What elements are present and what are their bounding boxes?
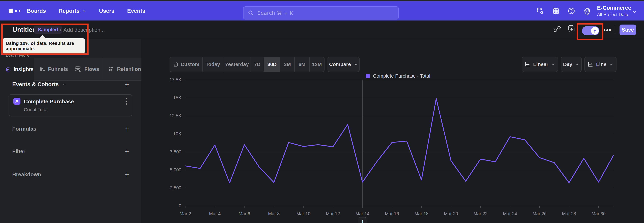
tab-label: Funnels (48, 66, 68, 72)
tab-flows[interactable]: Flows (68, 58, 103, 81)
formulas-section: Formulas + (12, 125, 129, 133)
add-filter-button[interactable]: + (124, 148, 129, 155)
add-formula-button[interactable]: + (124, 125, 129, 132)
settings-gear-icon[interactable] (583, 7, 591, 15)
nav-item-users[interactable]: Users (99, 8, 114, 14)
range-label: 12M (312, 61, 322, 67)
kebab-menu-icon[interactable]: ••• (124, 97, 128, 105)
project-selector[interactable]: E-Commerce All Project Data (597, 5, 631, 17)
add-to-board-icon[interactable] (567, 25, 576, 33)
range-3m[interactable]: 3M (280, 57, 295, 72)
range-7d[interactable]: 7D (251, 57, 264, 72)
mixpanel-logo-icon[interactable] (9, 1, 20, 21)
nav-item-boards[interactable]: Boards (27, 8, 46, 14)
nav-item-label: Reports (59, 8, 80, 14)
nav-item-label: Users (99, 8, 114, 14)
svg-text:5,000: 5,000 (170, 167, 181, 172)
range-label: 6M (298, 61, 306, 67)
nav-item-events[interactable]: Events (127, 8, 145, 14)
events-cohorts-label: Events & Cohorts (12, 81, 59, 87)
svg-text:Mar 20: Mar 20 (444, 211, 458, 216)
date-range-control: Custom Today Yesterday 7D 30D 3M 6M 12M (170, 57, 324, 72)
breakdown-section: Breakdown + (12, 170, 129, 178)
calendar-icon (173, 62, 178, 67)
svg-text:Mar 24: Mar 24 (503, 211, 517, 216)
apps-grid-icon[interactable] (552, 7, 560, 15)
add-event-button[interactable]: + (124, 81, 129, 88)
svg-text:Mar 22: Mar 22 (474, 211, 488, 216)
svg-text:Mar 30: Mar 30 (592, 211, 606, 216)
filter-section: Filter + (12, 147, 129, 155)
chevron-down-icon (575, 62, 580, 67)
svg-text:Mar 28: Mar 28 (562, 211, 576, 216)
svg-text:Mar 18: Mar 18 (414, 211, 428, 216)
search-input[interactable]: Search ⌘ + K (243, 6, 399, 20)
funnels-icon (40, 66, 45, 73)
range-custom[interactable]: Custom (170, 57, 203, 72)
svg-text:Mar 10: Mar 10 (296, 211, 310, 216)
help-icon[interactable] (568, 7, 575, 15)
range-yesterday[interactable]: Yesterday (223, 57, 251, 72)
report-title[interactable]: Untitled (12, 26, 36, 33)
range-label: 3M (284, 61, 291, 67)
svg-text:Mar 6: Mar 6 (238, 211, 250, 216)
scale-dropdown[interactable]: Linear (522, 57, 558, 72)
share-link-icon[interactable] (553, 25, 562, 33)
line-chart-icon (588, 61, 594, 67)
learn-more-link[interactable]: Learn More (6, 52, 85, 58)
sampled-badge-label: Sampled (38, 27, 58, 32)
sampled-badge[interactable]: Sampled (34, 26, 62, 34)
flows-icon (74, 66, 81, 73)
tab-retention[interactable]: Retention (103, 58, 141, 81)
more-menu-button[interactable]: ••• (604, 27, 612, 34)
sampling-toggle[interactable] (582, 26, 600, 35)
add-description-button[interactable]: + Add description... (59, 27, 105, 33)
divider (615, 25, 615, 33)
chevron-down-icon[interactable] (632, 10, 637, 15)
range-30d[interactable]: 30D (264, 57, 280, 72)
interval-label: Day (563, 61, 572, 67)
range-today[interactable]: Today (203, 57, 223, 72)
range-label: Today (206, 61, 220, 67)
event-letter-badge: A (14, 98, 20, 105)
tab-insights[interactable]: Insights (0, 58, 34, 81)
chevron-down-icon (551, 62, 556, 67)
tooltip-text: Using 10% of data. Results are approxima… (6, 41, 85, 51)
range-label: 7D (254, 61, 260, 67)
events-cohorts-dropdown[interactable]: Events & Cohorts (12, 81, 66, 87)
tooltip-arrow (39, 35, 46, 39)
data-management-icon[interactable] (536, 7, 544, 15)
top-nav: Boards Reports Users Events Search ⌘ + K… (0, 1, 644, 21)
range-6m[interactable]: 6M (295, 57, 310, 72)
insights-icon (6, 66, 10, 73)
range-12m[interactable]: 12M (310, 57, 324, 72)
compare-button[interactable]: Compare (328, 57, 360, 72)
logo-dot (15, 10, 17, 12)
event-card[interactable]: A Complete Purchase ••• Count Total (8, 94, 132, 117)
svg-text:Mar 4: Mar 4 (209, 211, 220, 216)
nav-menu: Boards Reports Users Events (27, 1, 145, 21)
svg-text:0: 0 (179, 203, 181, 208)
retention-icon (109, 66, 114, 73)
svg-text:1: 1 (361, 219, 364, 223)
chevron-down-icon (82, 9, 86, 13)
formulas-label: Formulas (12, 126, 36, 132)
event-name[interactable]: Complete Purchase (24, 98, 74, 105)
scale-label: Linear (533, 61, 548, 67)
lightning-bolt-icon (593, 29, 597, 33)
nav-item-reports[interactable]: Reports (59, 8, 86, 14)
events-cohorts-header: Events & Cohorts + (12, 80, 129, 88)
search-placeholder: Search ⌘ + K (257, 10, 293, 16)
chevron-down-icon (62, 82, 66, 86)
chart-type-dropdown[interactable]: Line (584, 57, 616, 72)
tab-funnels[interactable]: Funnels (34, 58, 68, 81)
interval-dropdown[interactable]: Day (561, 57, 582, 72)
event-metric[interactable]: Count Total (24, 107, 48, 113)
report-type-tabs: Insights Funnels Flows Retention (0, 58, 142, 81)
search-icon (248, 10, 254, 16)
svg-text:Mar 14: Mar 14 (355, 211, 370, 216)
add-breakdown-button[interactable]: + (124, 171, 129, 178)
range-label: Yesterday (225, 61, 249, 67)
line-chart[interactable]: 02,5005,0007,50010K12.5K15K17.5KMar 2Mar… (168, 72, 630, 223)
save-button[interactable]: Save (620, 25, 636, 35)
